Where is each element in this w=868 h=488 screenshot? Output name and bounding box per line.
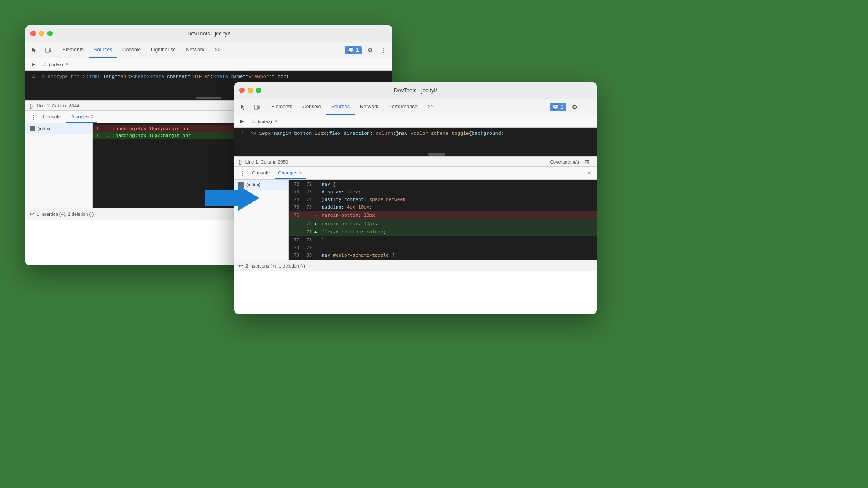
- svg-marker-2: [205, 185, 259, 211]
- toolbar-icons-1: [29, 42, 54, 58]
- tab-network-1[interactable]: Network: [181, 42, 210, 58]
- tab-elements-2[interactable]: Elements: [266, 99, 297, 115]
- diff-row-7879: 78 79: [289, 244, 597, 251]
- message-badge-1[interactable]: 💬 1: [345, 46, 362, 54]
- window-title-2: DevTools - jec.fyi/: [394, 87, 437, 94]
- code-line-2: 1 >x 10px;margin-bottom:10px;flex-direct…: [234, 130, 597, 138]
- window-title-1: DevTools - jec.fyi/: [187, 30, 230, 37]
- bottom-tab-console-2[interactable]: Console: [248, 167, 273, 179]
- code-line-1: 1 <!doctype html><html lang="en"><head><…: [25, 73, 392, 81]
- maximize-button-1[interactable]: [47, 31, 53, 36]
- changes-content-2: (index) 72 72 nav { 73 73: [234, 180, 597, 260]
- bottom-tab-console-1[interactable]: Console: [40, 111, 64, 123]
- device-icon[interactable]: [42, 44, 54, 56]
- message-badge-2[interactable]: 💬 1: [550, 103, 566, 111]
- cursor-icon-2[interactable]: [237, 101, 249, 113]
- panel-menu-icon-2[interactable]: ⋮: [237, 169, 247, 178]
- tab-elements-1[interactable]: Elements: [57, 42, 89, 58]
- devtools-toolbar-2: Elements Console Sources Network Perform…: [234, 99, 597, 115]
- undo-icon-2: ↩: [238, 263, 243, 269]
- titlebar-1: DevTools - jec.fyi/: [25, 25, 392, 42]
- toolbar-right-1: 💬 1 ⚙ ⋮: [345, 42, 389, 58]
- traffic-lights-2: [239, 88, 261, 93]
- warning-icon-1: ⚠: [43, 62, 47, 67]
- tab-console-2[interactable]: Console: [297, 99, 326, 115]
- file-tab-index-1[interactable]: ⚠ (index) ✕: [40, 61, 72, 68]
- diff-row-7980: 79 80 nav #color-scheme-toggle {: [289, 251, 597, 259]
- maximize-button-2[interactable]: [256, 88, 261, 93]
- diff-row-7778: 77 78 }: [289, 236, 597, 244]
- tab-console-1[interactable]: Console: [117, 42, 146, 58]
- close-button-1[interactable]: [30, 31, 36, 36]
- tab-more-2[interactable]: >>: [423, 99, 439, 115]
- svg-rect-3: [254, 105, 258, 109]
- file-tab-close-1[interactable]: ✕: [65, 62, 69, 67]
- diff-row-74: 74 74 justify-content: space-between;: [289, 196, 597, 203]
- tab-network-2[interactable]: Network: [355, 99, 383, 115]
- panel-close-button-2[interactable]: ✕: [585, 169, 593, 177]
- file-tabbar-1: ▶ ⚠ (index) ✕: [25, 58, 392, 71]
- expand-icon-1[interactable]: ▶: [29, 60, 38, 69]
- minimize-button-1[interactable]: [39, 31, 44, 36]
- titlebar-2: DevTools - jec.fyi/: [234, 82, 597, 99]
- bottom-tabbar-2: ⋮ Console Changes ✕ ✕: [234, 167, 597, 180]
- expand-icon-2[interactable]: ▶: [237, 117, 247, 126]
- scroll-thumb-1[interactable]: [196, 97, 221, 99]
- svg-rect-0: [46, 48, 49, 52]
- close-button-2[interactable]: [239, 88, 245, 93]
- status-bar-2: {} Line 1, Column 2950 Coverage: n/a ⊞: [234, 156, 597, 166]
- more-options-icon-2[interactable]: ⋮: [582, 102, 593, 113]
- bottom-tab-changes-2[interactable]: Changes ✕: [275, 167, 306, 179]
- file-list-1: (index): [25, 123, 93, 208]
- file-tabbar-2: ▶ ⚠ (index) ✕: [234, 115, 597, 128]
- coverage-icon[interactable]: ⊞: [582, 156, 593, 167]
- cursor-icon[interactable]: [29, 44, 40, 56]
- file-tab-close-2[interactable]: ✕: [274, 119, 278, 123]
- changes-tab-close-2[interactable]: ✕: [299, 170, 302, 175]
- warning-icon-2: ⚠: [252, 119, 256, 123]
- tab-sources-2[interactable]: Sources: [326, 99, 355, 115]
- diff-row-76-added: 76 + margin-bottom: 10px;: [289, 219, 597, 228]
- code-text-1: <!doctype html><html lang="en"><head><me…: [40, 74, 289, 79]
- bottom-tab-changes-1[interactable]: Changes ✕: [66, 111, 97, 123]
- diff-row-72: 72 72 nav {: [289, 180, 597, 188]
- tab-more-1[interactable]: >>: [210, 42, 226, 58]
- device-icon-2[interactable]: [251, 101, 263, 113]
- settings-icon-2[interactable]: ⚙: [569, 102, 580, 113]
- diff-row-73: 73 73 display: flex;: [289, 188, 597, 196]
- blue-arrow: [205, 185, 259, 212]
- traffic-lights-1: [30, 31, 53, 36]
- scroll-hint-2: [234, 152, 597, 156]
- panel-menu-icon-1[interactable]: ⋮: [29, 113, 38, 122]
- diff-area-2: 72 72 nav { 73 73 display: flex;: [289, 180, 597, 260]
- toolbar-icons-2: [237, 99, 263, 115]
- tab-sources-1[interactable]: Sources: [89, 42, 117, 58]
- changes-tab-close-1[interactable]: ✕: [90, 114, 94, 119]
- tab-performance-2[interactable]: Performance: [383, 99, 423, 115]
- code-area-2: 1 >x 10px;margin-bottom:10px;flex-direct…: [234, 128, 597, 152]
- tab-lighthouse-1[interactable]: Lighthouse: [146, 42, 181, 58]
- diff-row-76-removed: 76 − margin-bottom: 10px: [289, 211, 597, 219]
- toolbar-right-2: 💬 1 ⚙ ⋮: [550, 99, 593, 115]
- devtools-toolbar-1: Elements Sources Console Lighthouse Netw…: [25, 42, 392, 58]
- file-tab-index-2[interactable]: ⚠ (index) ✕: [248, 118, 281, 125]
- footer-bar-2: ↩ 2 insertions (+), 1 deletion (-): [234, 260, 597, 271]
- diff-row-75: 75 75 padding: 4px 10px;: [289, 203, 597, 211]
- scroll-thumb-2[interactable]: [428, 153, 445, 156]
- tabs-2: Elements Console Sources Network Perform…: [266, 99, 550, 115]
- bottom-panel-2: ⋮ Console Changes ✕ ✕ (index): [234, 166, 597, 271]
- settings-icon-1[interactable]: ⚙: [364, 45, 375, 56]
- svg-rect-1: [49, 49, 51, 52]
- svg-rect-4: [258, 106, 259, 109]
- diff-row-77-added: 77 + flex-direction: column;: [289, 228, 597, 236]
- tabs-1: Elements Sources Console Lighthouse Netw…: [57, 42, 345, 58]
- minimize-button-2[interactable]: [248, 88, 253, 93]
- file-icon-1: [30, 126, 35, 131]
- devtools-window-2: DevTools - jec.fyi/ Elements Console: [234, 82, 597, 314]
- code-text-2: >x 10px;margin-bottom:10px;flex-directio…: [249, 131, 504, 136]
- coverage-text: Coverage: n/a: [550, 159, 579, 164]
- undo-icon-1: ↩: [30, 211, 34, 217]
- more-options-icon-1[interactable]: ⋮: [378, 45, 389, 56]
- file-item-1[interactable]: (index): [25, 123, 92, 134]
